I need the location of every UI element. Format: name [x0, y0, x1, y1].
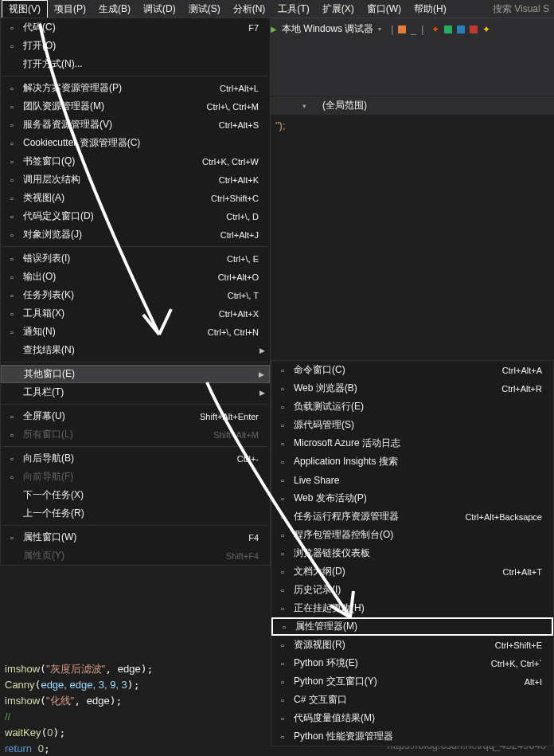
submenu-item[interactable]: ▫资源视图(R)Ctrl+Shift+E	[271, 636, 553, 654]
submenu-item[interactable]: ▫属性管理器(M)	[271, 617, 553, 636]
submenu-item[interactable]: ▫Python 环境(E)Ctrl+K, Ctrl+`	[271, 654, 553, 672]
submenu-item[interactable]: ▫程序包管理器控制台(O)	[271, 526, 553, 544]
csharp-interactive-icon: ▫	[275, 694, 291, 707]
menu-item[interactable]: ▫书签窗口(Q)Ctrl+K, Ctrl+W	[1, 152, 270, 170]
menu-help[interactable]: 帮助(H)	[408, 1, 453, 18]
scope-dropdown-arrow[interactable]: ▾	[302, 102, 306, 110]
menu-item[interactable]: ▫代码定义窗口(D)Ctrl+\, D	[1, 207, 270, 225]
submenu-item[interactable]: ▫Python 交互窗口(Y)Alt+I	[271, 672, 553, 691]
code-text: Canny	[5, 679, 35, 691]
toolbar-icon-2[interactable]: ✦	[431, 24, 439, 35]
menu-item[interactable]: ▫调用层次结构Ctrl+Alt+K	[1, 170, 270, 189]
resource-view-icon: ▫	[275, 639, 291, 652]
submenu-item[interactable]: ▫浏览器链接仪表板	[271, 544, 553, 562]
menu-item-label: 向前导航(F)	[20, 470, 263, 484]
submenu-item-shortcut: Ctrl+Alt+Backsapce	[465, 512, 547, 522]
submenu-item[interactable]: ▫命令窗口(C)Ctrl+Alt+A	[271, 361, 553, 379]
submenu-item[interactable]: ▫Live Share	[271, 471, 553, 489]
menu-item-shortcut: Ctrl+\, T	[228, 291, 263, 300]
menu-item: 属性页(Y)Shift+F4	[1, 546, 270, 565]
submenu-item[interactable]: ▫历史记录(I)	[271, 581, 553, 599]
menu-item-shortcut: Ctrl+Alt+X	[219, 309, 263, 319]
submenu-item[interactable]: ▫Web 浏览器(B)Ctrl+Alt+R	[271, 379, 553, 398]
toolbar-icon-1[interactable]	[398, 25, 406, 33]
menu-item-shortcut: Ctrl+Alt+S	[219, 120, 263, 130]
menu-item[interactable]: ▫通知(N)Ctrl+\, Ctrl+N	[1, 323, 270, 341]
submenu-item-shortcut: Ctrl+Shift+E	[495, 640, 547, 650]
toolbar-icon-5[interactable]	[470, 25, 478, 33]
submenu-item[interactable]: ▫Web 发布活动(P)	[271, 489, 553, 507]
code-text: imshow	[5, 695, 40, 707]
code-text: //	[5, 711, 10, 723]
menu-item[interactable]: ▫打开(O)	[1, 37, 270, 55]
menu-item[interactable]: 其他窗口(E)▶	[1, 365, 270, 383]
menu-item[interactable]: ▫全屏幕(U)Shift+Alt+Enter	[1, 407, 270, 425]
view-dropdown: ▫代码(C)F7▫打开(O)打开方式(N)...▫解决方案资源管理器(P)Ctr…	[0, 18, 271, 566]
submenu-item[interactable]: ▫代码度量值结果(M)	[271, 709, 553, 727]
submenu-item[interactable]: ▫任务运行程序资源管理器Ctrl+Alt+Backsapce	[271, 507, 553, 526]
menu-analyze[interactable]: 分析(N)	[227, 1, 272, 18]
bookmark-icon: ▫	[4, 155, 20, 168]
menu-item[interactable]: ▫属性窗口(W)F4	[1, 528, 270, 546]
menu-item[interactable]: ▫错误列表(I)Ctrl+\, E	[1, 249, 270, 268]
code-text: edge	[118, 663, 141, 675]
menu-debug[interactable]: 调试(D)	[137, 1, 182, 18]
menu-item[interactable]: ▫团队资源管理器(M)Ctrl+\, Ctrl+M	[1, 97, 270, 116]
debugger-target[interactable]: 本地 Windows 调试器	[282, 22, 373, 36]
server-explorer-icon: ▫	[4, 119, 20, 131]
menu-build[interactable]: 生成(B)	[92, 1, 137, 18]
menu-item[interactable]: 打开方式(N)...	[1, 55, 270, 73]
menu-item[interactable]: ▫代码(C)F7	[1, 18, 270, 37]
menu-item[interactable]: 查找结果(N)▶	[1, 341, 270, 359]
toolbar-icon-3[interactable]	[444, 25, 452, 33]
menu-item[interactable]: ▫任务列表(K)Ctrl+\, T	[1, 286, 270, 304]
menu-tools[interactable]: 工具(T)	[271, 1, 315, 18]
menu-item-label: 属性页(Y)	[20, 549, 226, 562]
code-text: edge	[87, 695, 110, 707]
menu-item[interactable]: ▫解决方案资源管理器(P)Ctrl+Alt+L	[1, 79, 270, 97]
menu-item[interactable]: ▫工具箱(X)Ctrl+Alt+X	[1, 304, 270, 323]
toolbar-icon-6[interactable]: ✦	[482, 24, 490, 35]
submenu-arrow-icon: ▶	[259, 347, 265, 354]
menu-window[interactable]: 窗口(W)	[361, 1, 408, 18]
submenu-item[interactable]: ▫文档大纲(D)Ctrl+Alt+T	[271, 562, 553, 581]
menu-item-label: 通知(N)	[20, 325, 208, 339]
object-browser-icon: ▫	[4, 229, 20, 241]
dropdown-arrow-icon[interactable]: ▾	[378, 25, 381, 33]
menu-item-shortcut: Shift+Alt+Enter	[200, 412, 263, 421]
menu-test[interactable]: 测试(S)	[182, 1, 227, 18]
play-icon: ▶	[271, 25, 277, 33]
submenu-item-label: 浏览器链接仪表板	[291, 546, 547, 560]
visual-studio-search[interactable]: 搜索 Visual S	[488, 1, 554, 18]
menu-item-label: 书签窗口(Q)	[20, 155, 202, 168]
menu-item[interactable]: ▫向后导航(B)Ctrl+-	[1, 449, 270, 468]
menu-item[interactable]: 下一个任务(X)	[1, 486, 270, 504]
menu-item-label: 错误列表(I)	[20, 252, 227, 265]
blank-icon	[4, 507, 20, 520]
submenu-item[interactable]: ▫Application Insights 搜索	[271, 452, 553, 471]
menu-item[interactable]: ▫Cookiecutter 资源管理器(C)	[1, 134, 270, 152]
submenu-item-label: Python 交互窗口(Y)	[291, 675, 525, 688]
submenu-item[interactable]: ▫Python 性能资源管理器	[271, 727, 553, 746]
submenu-item[interactable]: ▫Microsoft Azure 活动日志	[271, 434, 553, 452]
menu-project[interactable]: 项目(P)	[48, 1, 92, 18]
menu-item[interactable]: ▫类视图(A)Ctrl+Shift+C	[1, 189, 270, 207]
menu-item[interactable]: 工具栏(T)▶	[1, 383, 270, 402]
solution-explorer-icon: ▫	[4, 82, 20, 95]
menu-extensions[interactable]: 扩展(X)	[316, 1, 361, 18]
menu-item[interactable]: 上一个任务(R)	[1, 504, 270, 523]
menu-item[interactable]: ▫对象浏览器(J)Ctrl+Alt+J	[1, 225, 270, 244]
submenu-item[interactable]: ▫源代码管理(S)	[271, 416, 553, 434]
source-control-icon: ▫	[275, 419, 291, 432]
submenu-item-label: Application Insights 搜索	[291, 455, 547, 468]
scope-label[interactable]: (全局范围)	[322, 99, 367, 112]
menu-view[interactable]: 视图(V)	[2, 0, 48, 18]
submenu-item[interactable]: ▫C# 交互窗口	[271, 691, 553, 709]
submenu-item[interactable]: ▫正在挂起更改(H)	[271, 599, 553, 617]
submenu-item[interactable]: ▫负载测试运行(E)	[271, 398, 553, 416]
menu-item[interactable]: ▫服务器资源管理器(V)Ctrl+Alt+S	[1, 116, 270, 134]
submenu-item-shortcut: Ctrl+K, Ctrl+`	[491, 659, 547, 668]
menu-item[interactable]: ▫输出(O)Ctrl+Alt+O	[1, 268, 270, 286]
menu-item-shortcut: Ctrl+\, Ctrl+N	[208, 327, 263, 337]
toolbar-icon-4[interactable]	[457, 25, 465, 33]
